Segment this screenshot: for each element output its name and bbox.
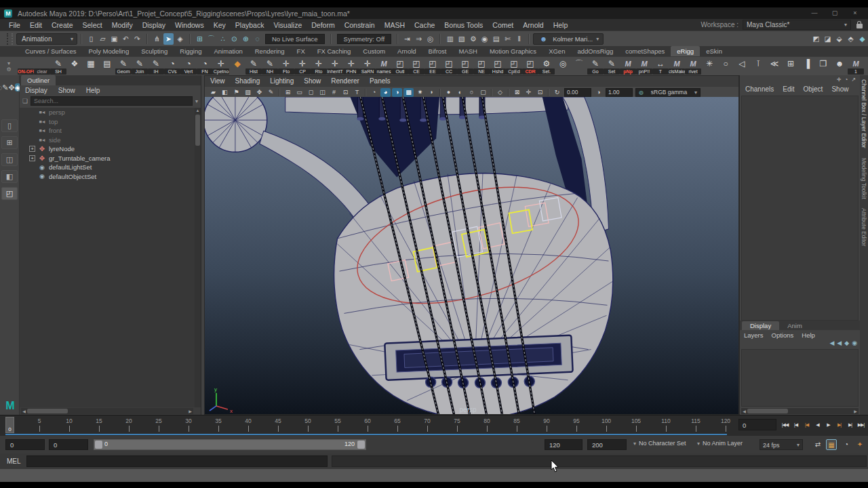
workspace-dropdown[interactable]: Maya Classic* ▾ [743, 20, 851, 30]
vp-film-gate-icon[interactable]: ▭ [294, 88, 304, 97]
vp-safe-title-icon[interactable]: T [352, 88, 362, 97]
layer-move-down[interactable]: ◀ [837, 340, 842, 348]
layout-single[interactable]: ▯ [1, 119, 18, 132]
vp-image-plane-icon[interactable]: ▨ [243, 88, 253, 97]
shelf-tab-mash[interactable]: MASH [453, 46, 484, 56]
loop-mode-icon[interactable]: ⇄ [812, 439, 823, 450]
menu-file[interactable]: File [9, 21, 20, 29]
layer-menu-options[interactable]: Options [772, 331, 794, 339]
vp-wire-on-shaded-icon[interactable]: ▩ [403, 88, 414, 97]
character-set-dropdown[interactable]: ▾ No Character Set [633, 440, 686, 447]
mode-selector[interactable]: Animation▾ [16, 33, 77, 45]
shelf-button-phn[interactable]: ✛PHN [343, 58, 359, 75]
viewport-menu-panels[interactable]: Panels [370, 77, 391, 85]
vp-default-light-icon[interactable]: ✷ [415, 88, 425, 97]
shelf-tab-curves-surfaces[interactable]: Curves / Surfaces [19, 46, 83, 56]
snap-view-icon[interactable]: ⊕ [241, 33, 251, 45]
current-time-field[interactable]: 0 [738, 419, 776, 430]
shelf-tab-fx[interactable]: FX [291, 46, 311, 56]
input-connections-icon[interactable]: ⇥ [402, 33, 412, 45]
vp-gamma-icon[interactable]: ◑ [593, 88, 604, 97]
shelf-options[interactable]: ▾⚙ [0, 57, 18, 76]
shelf-button-icon[interactable]: ❖ [66, 58, 83, 75]
shelf-button-ge[interactable]: ◰GE [457, 58, 473, 75]
speed-icon[interactable]: ◔ [844, 77, 848, 83]
shelf-button-pnp[interactable]: MpnP!! [636, 58, 652, 75]
vp-antialias-icon[interactable]: ◐ [455, 88, 465, 97]
minimize-button[interactable]: — [804, 7, 825, 19]
viewport-menu-view[interactable]: View [210, 77, 225, 85]
outliner-horizontal-scrollbar[interactable]: ◀ ▶ [21, 408, 193, 414]
shelf-button-icon[interactable]: ☻ [831, 58, 848, 75]
shelf-button-icon[interactable]: ⇅ [864, 58, 868, 75]
shelf-button-icon[interactable]: ▦ [83, 58, 99, 75]
menu-create[interactable]: Create [52, 21, 73, 29]
expand-icon[interactable]: + [29, 155, 35, 161]
layout-custom[interactable]: ◰ [1, 187, 18, 200]
vp-xray-joints-icon[interactable]: ✛ [524, 88, 534, 97]
scroll-left-arrow[interactable]: ◀ [741, 409, 747, 413]
viewport-menu-renderer[interactable]: Renderer [331, 77, 359, 85]
exposure-field[interactable]: 0.00 [564, 88, 591, 97]
manip-icon[interactable]: ✛ [837, 77, 842, 83]
menu-help[interactable]: Help [553, 21, 568, 29]
select-hierarchy-icon[interactable]: ⋔ [152, 33, 162, 45]
outliner-vertical-scrollbar[interactable]: ▲ [195, 108, 201, 407]
shelf-button-icon[interactable]: ❐ [815, 58, 831, 75]
playback-start-field[interactable]: 0 [49, 439, 88, 450]
char-defs-icon[interactable]: ⬘ [846, 33, 856, 45]
pause-icon[interactable]: ‖ [514, 33, 524, 45]
anim-layer-dropdown[interactable]: ▾ No Anim Layer [697, 440, 743, 447]
scrollbar-thumb[interactable] [27, 409, 68, 413]
shelf-tab-cometshapes[interactable]: cometShapes [619, 46, 671, 56]
layout-persp-outliner[interactable]: ◫ [1, 153, 18, 166]
layer-list-area[interactable] [741, 349, 859, 407]
menu-cache[interactable]: Cache [414, 21, 435, 29]
animation-preferences-icon[interactable]: ◔ [841, 439, 852, 450]
shelf-button-ee[interactable]: ◰EE [425, 58, 441, 75]
shelf-button-cped[interactable]: ◰CpEd [506, 58, 522, 75]
menu-constrain[interactable]: Constrain [344, 21, 375, 29]
shelf-button-outl[interactable]: ◰Outl [392, 58, 408, 75]
outliner-item-lyrenode[interactable]: +✥lyreNode [20, 144, 195, 154]
channel-menu-edit[interactable]: Edit [783, 85, 794, 93]
shelf-button-hshd[interactable]: ◰Hshd [490, 58, 506, 75]
shelf-button-icon[interactable]: ✳ [701, 58, 717, 75]
shelf-tab-bifrost[interactable]: Bifrost [422, 46, 453, 56]
vp-camera-icon[interactable]: ▰ [208, 88, 218, 97]
shelf-tab-addonsrigg[interactable]: addOnsRigg [571, 46, 619, 56]
vp-safe-action-icon[interactable]: ⊡ [340, 88, 351, 97]
mel-label[interactable]: MEL [7, 458, 21, 465]
vp-gate-mask-icon[interactable]: ◫ [317, 88, 328, 97]
evaluation-icon[interactable]: ✦ [854, 439, 865, 450]
animation-start-field[interactable]: 0 [5, 439, 45, 450]
outliner-item-gr-turntable-camera[interactable]: +✥gr_Turntable_camera [20, 154, 195, 163]
shelf-button-cc[interactable]: ◰CC [441, 58, 457, 75]
layer-new-from-selected[interactable]: ◉ [852, 340, 857, 348]
outliner-item-persp[interactable]: ■◄persp [20, 108, 195, 117]
shelf-button-set[interactable]: ⚙Set. [538, 58, 555, 75]
live-surface-field[interactable]: No Live Surface [265, 34, 325, 44]
menu-edit[interactable]: Edit [30, 21, 42, 29]
viewport-menu-lighting[interactable]: Lighting [270, 77, 294, 85]
redo-icon[interactable]: ↷ [132, 33, 142, 45]
layout-split[interactable]: ◧ [1, 170, 18, 183]
playblast-icon[interactable]: ▤ [491, 33, 501, 45]
snip-icon[interactable]: ✄ [502, 33, 513, 45]
play-forwards-button[interactable]: ▶ [823, 418, 833, 431]
step-forward-frame-button[interactable]: ▶| [845, 418, 855, 431]
channel-box-horizontal-scrollbar[interactable]: ◀ ▶ [741, 408, 859, 414]
shelf-button-inheritt[interactable]: ✛InheritT [327, 58, 343, 75]
vp-dof-icon[interactable]: ▢ [478, 88, 488, 97]
shelf-button-icon[interactable]: ⊞ [783, 58, 799, 75]
vp-grease-pencil-icon[interactable]: ✎ [266, 88, 276, 97]
vp-shaded-icon[interactable]: ◕ [380, 88, 391, 97]
shelf-tab-rigging[interactable]: Rigging [174, 46, 208, 56]
auto-keyframe-icon[interactable]: ▦ [826, 439, 837, 450]
vp-2d-pan-icon[interactable]: ✥ [254, 88, 264, 97]
viewport-menu-show[interactable]: Show [304, 77, 321, 85]
shelf-button-vert[interactable]: ◔Vert [180, 58, 197, 75]
vp-occlusion-icon[interactable]: ● [443, 88, 454, 97]
vp-field-chart-icon[interactable]: # [329, 88, 339, 97]
vp-bookmark-icon[interactable]: ⚑ [231, 88, 241, 97]
